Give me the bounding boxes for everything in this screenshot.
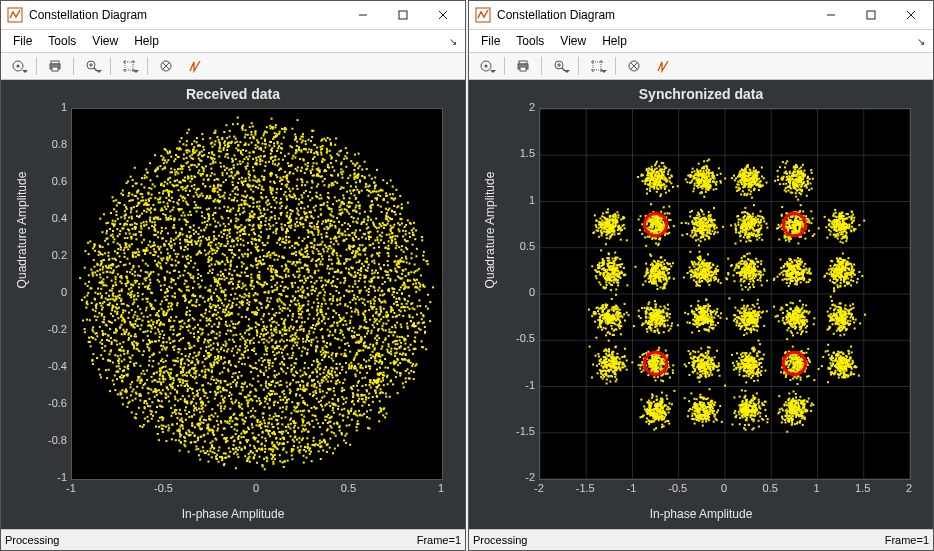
svg-rect-1727 — [201, 166, 203, 168]
print-button[interactable] — [42, 54, 68, 78]
menubar-corner-icon[interactable]: ↘ — [449, 36, 461, 47]
constellation-button[interactable] — [153, 54, 179, 78]
svg-rect-3975 — [260, 318, 262, 320]
menu-help[interactable]: Help — [594, 32, 635, 50]
zoom-button[interactable] — [79, 54, 105, 78]
svg-rect-1536 — [352, 163, 354, 165]
menu-view[interactable]: View — [84, 32, 126, 50]
svg-rect-8642 — [659, 229, 661, 231]
zoom-button[interactable] — [547, 54, 573, 78]
svg-rect-2692 — [116, 311, 118, 313]
svg-rect-6218 — [693, 266, 695, 268]
menu-file[interactable]: File — [5, 32, 40, 50]
toolbar-separator — [541, 57, 542, 75]
svg-rect-9051 — [801, 365, 803, 367]
svg-rect-12452 — [614, 364, 616, 366]
signal-button[interactable] — [650, 54, 676, 78]
svg-rect-7268 — [739, 218, 741, 220]
plot-region[interactable] — [539, 108, 911, 480]
svg-rect-5334 — [182, 379, 184, 381]
svg-rect-2858 — [234, 188, 236, 190]
svg-rect-4847 — [357, 201, 359, 203]
signal-button[interactable] — [182, 54, 208, 78]
svg-rect-10479 — [691, 415, 693, 417]
svg-rect-5148 — [183, 366, 185, 368]
svg-rect-8847 — [795, 230, 797, 232]
svg-rect-5876 — [168, 217, 170, 219]
print-button[interactable] — [510, 54, 536, 78]
svg-rect-1843 — [251, 327, 253, 329]
svg-rect-2910 — [257, 263, 259, 265]
svg-rect-6895 — [655, 282, 657, 284]
svg-rect-10732 — [733, 412, 735, 414]
svg-rect-3968 — [263, 325, 265, 327]
constellation-button[interactable] — [621, 54, 647, 78]
svg-rect-6940 — [668, 272, 670, 274]
svg-rect-9845 — [837, 265, 839, 267]
svg-rect-3026 — [213, 379, 215, 381]
plot-region[interactable] — [71, 108, 443, 480]
svg-rect-2395 — [253, 169, 255, 171]
close-button[interactable] — [891, 2, 931, 28]
svg-rect-1865 — [168, 337, 170, 339]
menu-view[interactable]: View — [552, 32, 594, 50]
svg-rect-3175 — [341, 390, 343, 392]
minimize-button[interactable] — [343, 2, 383, 28]
settings-button[interactable] — [5, 54, 31, 78]
maximize-button[interactable] — [383, 2, 423, 28]
settings-button[interactable] — [473, 54, 499, 78]
svg-rect-719 — [162, 381, 164, 383]
maximize-button[interactable] — [851, 2, 891, 28]
svg-rect-5778 — [157, 217, 159, 219]
svg-rect-1305 — [376, 237, 378, 239]
svg-rect-6848 — [751, 314, 753, 316]
menu-tools[interactable]: Tools — [40, 32, 84, 50]
svg-rect-5432 — [253, 348, 255, 350]
svg-rect-1304 — [238, 249, 240, 251]
svg-rect-9203 — [657, 370, 659, 372]
svg-rect-3504 — [216, 379, 218, 381]
svg-rect-136 — [356, 426, 358, 428]
svg-rect-7432 — [744, 215, 746, 217]
svg-rect-2646 — [198, 454, 200, 456]
svg-rect-1888 — [173, 227, 175, 229]
svg-rect-3671 — [274, 215, 276, 217]
svg-rect-11538 — [836, 216, 838, 218]
menu-file[interactable]: File — [473, 32, 508, 50]
menu-tools[interactable]: Tools — [508, 32, 552, 50]
svg-rect-5359 — [252, 415, 254, 417]
svg-rect-4306 — [157, 399, 159, 401]
svg-rect-4943 — [121, 380, 123, 382]
svg-rect-4387 — [187, 385, 189, 387]
menubar-corner-icon[interactable]: ↘ — [917, 36, 929, 47]
menu-help[interactable]: Help — [126, 32, 167, 50]
svg-rect-4817 — [312, 395, 314, 397]
svg-rect-7048 — [648, 281, 650, 283]
svg-rect-1539 — [257, 380, 259, 382]
svg-rect-4844 — [330, 303, 332, 305]
svg-rect-4622 — [308, 449, 310, 451]
svg-rect-6374 — [753, 281, 755, 283]
svg-rect-4545 — [174, 169, 176, 171]
svg-rect-3530 — [376, 311, 378, 313]
svg-rect-11624 — [833, 234, 835, 236]
svg-rect-7915 — [759, 343, 761, 345]
svg-rect-11807 — [845, 369, 847, 371]
close-button[interactable] — [423, 2, 463, 28]
svg-rect-1014 — [236, 266, 238, 268]
svg-rect-6167 — [699, 256, 701, 258]
svg-rect-222 — [386, 274, 388, 276]
svg-rect-473 — [125, 331, 127, 333]
svg-rect-2342 — [339, 413, 341, 415]
autoscale-button[interactable] — [584, 54, 610, 78]
svg-rect-7276 — [757, 215, 759, 217]
autoscale-button[interactable] — [116, 54, 142, 78]
minimize-button[interactable] — [811, 2, 851, 28]
svg-rect-4079 — [250, 391, 252, 393]
svg-rect-6206 — [697, 273, 699, 275]
svg-rect-584 — [294, 297, 296, 299]
svg-rect-5727 — [191, 401, 193, 403]
svg-rect-3206 — [149, 356, 151, 358]
svg-rect-4996 — [210, 364, 212, 366]
svg-rect-2813 — [344, 208, 346, 210]
